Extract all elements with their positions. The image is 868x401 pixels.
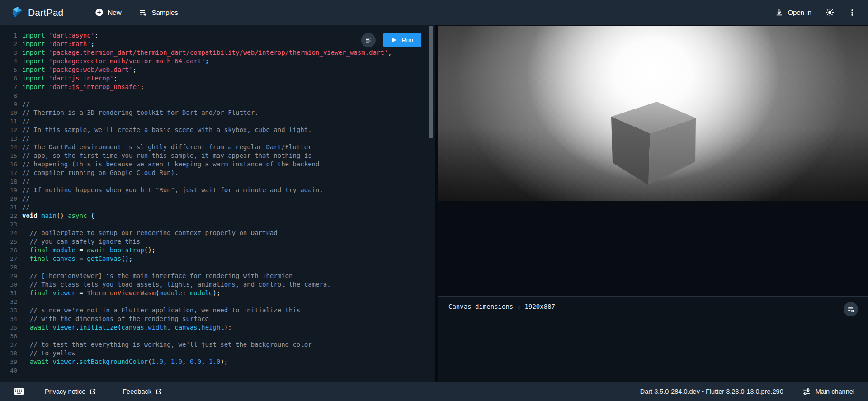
code-line-text: // (22, 194, 30, 203)
editor-panel: 1import 'dart:async';2import 'dart:math'… (0, 25, 435, 382)
version-info: Dart 3.5.0-284.0.dev • Flutter 3.23.0-13… (640, 388, 783, 395)
code-line[interactable]: 37 // to test that everything is working… (0, 340, 435, 349)
code-line[interactable]: 33 // since we're not in a Flutter appli… (0, 306, 435, 315)
code-line[interactable]: 38 // to yellow (0, 349, 435, 358)
code-line-text: // (22, 117, 30, 126)
line-number: 12 (0, 126, 22, 134)
code-line-text: // (22, 203, 30, 212)
code-line-text: // boilerplate to setup our rendering co… (22, 229, 278, 237)
code-line[interactable]: 7import 'dart:js_interop_unsafe'; (0, 83, 435, 91)
line-number: 16 (0, 160, 22, 169)
line-number: 1 (0, 31, 22, 40)
clear-console-button[interactable] (844, 302, 858, 316)
line-number: 37 (0, 340, 22, 349)
theme-toggle-button[interactable] (825, 8, 835, 17)
code-line[interactable]: 6import 'dart:js_interop'; (0, 74, 435, 83)
code-line-text: import 'package:vector_math/vector_math_… (22, 57, 209, 66)
code-line-text: import 'dart:js_interop_unsafe'; (22, 83, 144, 91)
code-line-text: void main() async { (22, 212, 94, 220)
code-line[interactable]: 39 await viewer.setBackgroundColor(1.0, … (0, 358, 435, 366)
code-line[interactable]: 5import 'package:web/web.dart'; (0, 66, 435, 74)
run-button-label: Run (401, 37, 413, 44)
line-number: 33 (0, 306, 22, 315)
code-line[interactable]: 11// (0, 117, 435, 126)
code-line[interactable]: 32 (0, 297, 435, 306)
code-line-text: // compiler running on Google Cloud Run)… (22, 169, 179, 177)
line-number: 22 (0, 212, 22, 220)
line-number: 36 (0, 332, 22, 340)
console-output: Canvas dimensions : 868x401 (448, 303, 555, 310)
code-line[interactable]: 13// (0, 134, 435, 143)
samples-button[interactable]: Samples (138, 8, 178, 17)
format-button[interactable] (361, 33, 376, 47)
code-line[interactable]: 3import 'package:thermion_dart/thermion_… (0, 48, 435, 57)
code-line[interactable]: 14// The DartPad environment is slightly… (0, 143, 435, 151)
privacy-notice-label: Privacy notice (45, 388, 85, 395)
code-line[interactable]: 19// If nothing happens when you hit "Ru… (0, 186, 435, 194)
code-line[interactable]: 23 (0, 220, 435, 229)
editor-scrollbar[interactable] (429, 26, 433, 138)
download-icon (775, 8, 783, 17)
run-button[interactable]: Run (383, 33, 421, 47)
code-line[interactable]: 25 // you can safely ignore this (0, 237, 435, 246)
code-line[interactable]: 12// In this sample, we'll create a basi… (0, 126, 435, 134)
line-number: 23 (0, 220, 22, 229)
code-line[interactable]: 17// compiler running on Google Cloud Ru… (0, 169, 435, 177)
code-line[interactable]: 22void main() async { (0, 212, 435, 220)
code-line[interactable]: 16// happening (this is because we aren'… (0, 160, 435, 169)
code-line[interactable]: 26 final module = await bootstrap(); (0, 246, 435, 255)
line-number: 19 (0, 186, 22, 194)
line-number: 32 (0, 297, 22, 306)
keyboard-shortcuts-button[interactable] (14, 388, 24, 395)
overflow-menu-button[interactable] (848, 8, 856, 17)
code-line-text: await viewer.initialize(canvas.width, ca… (22, 323, 232, 332)
line-number: 35 (0, 323, 22, 332)
code-line[interactable]: 40 (0, 366, 435, 375)
line-number: 5 (0, 66, 22, 74)
code-line-text: // (22, 177, 30, 186)
code-line[interactable]: 28 (0, 263, 435, 272)
new-button-label: New (108, 9, 121, 16)
code-line[interactable]: 18// (0, 177, 435, 186)
main-area: 1import 'dart:async';2import 'dart:math'… (0, 25, 868, 382)
line-number: 38 (0, 349, 22, 358)
output-panel: Canvas dimensions : 868x401 (438, 25, 868, 382)
new-button[interactable]: New (95, 8, 121, 17)
code-area[interactable]: 1import 'dart:async';2import 'dart:math'… (0, 25, 435, 382)
line-number: 18 (0, 177, 22, 186)
code-line[interactable]: 30 // This class lets you load assets, l… (0, 280, 435, 289)
code-line[interactable]: 29 // [ThermionViewer] is the main inter… (0, 272, 435, 280)
code-line-text: import 'package:web/web.dart'; (22, 66, 137, 74)
samples-button-label: Samples (151, 9, 178, 16)
line-number: 20 (0, 194, 22, 203)
code-line[interactable]: 10// Thermion is a 3D rendering toolkit … (0, 109, 435, 117)
privacy-notice-link[interactable]: Privacy notice (45, 388, 96, 395)
code-line[interactable]: 24 // boilerplate to setup our rendering… (0, 229, 435, 237)
app-title: DartPad (28, 7, 63, 18)
line-number: 28 (0, 263, 22, 272)
code-line[interactable]: 27 final canvas = getCanvas(); (0, 255, 435, 263)
code-line[interactable]: 35 await viewer.initialize(canvas.width,… (0, 323, 435, 332)
code-line[interactable]: 4import 'package:vector_math/vector_math… (0, 57, 435, 66)
code-line-text: // This class lets you load assets, ligh… (22, 280, 331, 289)
code-line[interactable]: 9// (0, 100, 435, 109)
code-line-text: await viewer.setBackgroundColor(1.0, 1.0… (22, 358, 228, 366)
code-line-text: // app, so the first time you run this s… (22, 151, 312, 160)
code-line[interactable]: 20// (0, 194, 435, 203)
code-line[interactable]: 21// (0, 203, 435, 212)
line-number: 7 (0, 83, 22, 91)
code-line-text: // In this sample, we'll create a basic … (22, 126, 312, 134)
add-circle-icon (95, 8, 104, 17)
code-line[interactable]: 31 final viewer = ThermionViewerWasm(mod… (0, 289, 435, 297)
code-line[interactable]: 36 (0, 332, 435, 340)
code-line[interactable]: 34 // with the dimensions of the renderi… (0, 315, 435, 323)
feedback-link[interactable]: Feedback (123, 388, 162, 395)
code-line[interactable]: 8 (0, 91, 435, 100)
code-line-text: // (22, 134, 30, 143)
line-number: 3 (0, 48, 22, 57)
code-line[interactable]: 15// app, so the first time you run this… (0, 151, 435, 160)
code-line-text: // to yellow (22, 349, 75, 358)
line-number: 4 (0, 57, 22, 66)
open-in-button[interactable]: Open in (775, 8, 811, 17)
channel-selector[interactable]: Main channel (802, 387, 854, 396)
